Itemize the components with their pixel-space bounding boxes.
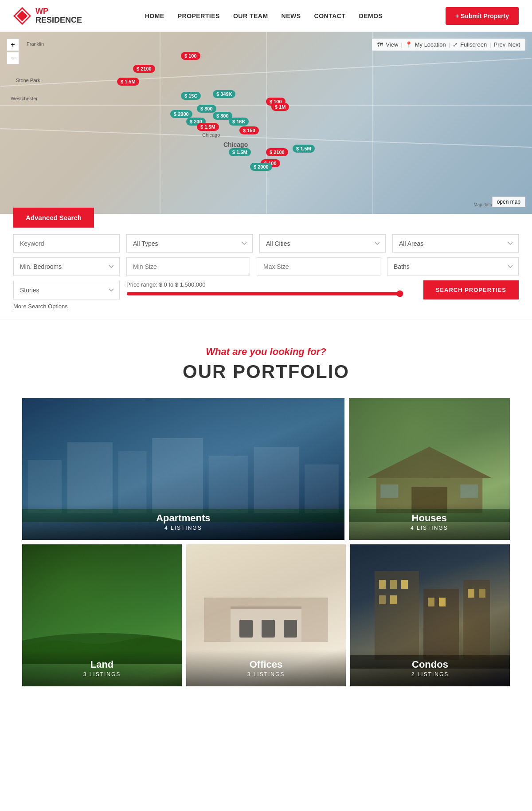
logo[interactable]: WP RESIDENCE (13, 7, 82, 25)
price-marker-150: $ 150 (239, 126, 259, 134)
search-row-3: Stories 1 2 3 Price range: $ 0 to $ 1,50… (13, 280, 519, 299)
logo-residence: RESIDENCE (35, 16, 82, 25)
price-slider[interactable] (126, 290, 403, 297)
price-marker-15m-b: $ 1.5M (197, 123, 219, 131)
map-label-franklin: Franklin (27, 41, 44, 47)
land-overlay: Land 3 LISTINGS (22, 650, 182, 686)
nav-our-team[interactable]: OUR TEAM (233, 12, 268, 20)
map-view-label[interactable]: View (386, 41, 398, 48)
search-row-1: All Types Apartment House Land Office Co… (13, 234, 519, 253)
map-data-label: Map data (473, 202, 492, 207)
price-marker-15m-a: $ 1.5M (117, 78, 139, 86)
price-range-label: Price range: $ 0 to $ 1,500,000 (126, 281, 417, 288)
logo-wp: WP (35, 7, 82, 16)
portfolio-item-offices[interactable]: Offices 3 LISTINGS (186, 544, 346, 686)
apartments-overlay: Apartments 4 LISTINGS (22, 504, 344, 540)
portfolio-item-apartments[interactable]: Apartments 4 LISTINGS (22, 398, 344, 540)
condos-overlay: Condos 2 LISTINGS (350, 650, 510, 686)
price-marker-100a: $ 100 (181, 52, 200, 60)
nav-home[interactable]: HOME (145, 12, 164, 20)
open-map-button[interactable]: open map (492, 197, 525, 207)
submit-property-button[interactable]: + Submit Property (446, 7, 519, 25)
houses-overlay: Houses 4 LISTINGS (349, 504, 510, 540)
prev-button[interactable]: Prev (494, 41, 506, 48)
offices-count: 3 LISTINGS (195, 671, 337, 677)
more-search-options-link[interactable]: More Search Options (13, 303, 68, 310)
map-section: Franklin Stone Park Westchester Chicago … (0, 32, 532, 214)
my-location-icon: 📍 (405, 41, 412, 48)
header: WP RESIDENCE HOME PROPERTIES OUR TEAM NE… (0, 0, 532, 32)
price-marker-2000b: $ 2000 (250, 163, 272, 171)
price-marker-15m-d: $ 1.5M (293, 145, 315, 153)
map-label-westchester: Westchester (11, 96, 38, 101)
offices-overlay: Offices 3 LISTINGS (186, 650, 346, 686)
price-marker-15m-c: $ 1.5M (229, 148, 251, 156)
bedrooms-select[interactable]: Min. Bedrooms 1 2 3 (13, 257, 120, 276)
search-section: Advanced Search All Types Apartment Hous… (0, 214, 532, 319)
fullscreen-icon: ⤢ (453, 41, 458, 48)
portfolio-item-land[interactable]: Land 3 LISTINGS (22, 544, 182, 686)
logo-text: WP RESIDENCE (35, 7, 82, 25)
price-marker-2100b: $ 2100 (266, 148, 288, 156)
svg-rect-20 (284, 620, 297, 638)
price-marker-2100a: $ 2100 (133, 65, 155, 73)
portfolio-section: What are you looking for? OUR PORTFOLIO (0, 319, 532, 704)
map-view-icon: 🗺 (377, 41, 383, 48)
zoom-in-button[interactable]: + (7, 39, 19, 51)
portfolio-item-condos[interactable]: Condos 2 LISTINGS (350, 544, 510, 686)
svg-rect-17 (231, 606, 301, 609)
price-marker-16k: $ 16K (229, 118, 249, 126)
apartments-name: Apartments (31, 512, 336, 524)
condos-name: Condos (359, 659, 501, 670)
search-properties-button[interactable]: SEARCH PROPERTIES (423, 280, 519, 299)
houses-name: Houses (358, 512, 501, 524)
portfolio-title: OUR PORTFOLIO (13, 361, 519, 382)
type-select[interactable]: All Types Apartment House Land Office Co… (126, 234, 253, 253)
city-select[interactable]: All Cities Chicago New York (259, 234, 386, 253)
svg-rect-18 (239, 620, 253, 638)
svg-rect-19 (262, 620, 275, 638)
map-label-chicago2: Chicago (223, 141, 248, 148)
offices-svg (202, 553, 330, 642)
main-nav: HOME PROPERTIES OUR TEAM NEWS CONTACT DE… (145, 12, 383, 20)
fullscreen-label[interactable]: Fullscreen (460, 41, 487, 48)
land-count: 3 LISTINGS (31, 671, 173, 677)
logo-icon (13, 7, 31, 25)
nav-news[interactable]: NEWS (282, 12, 301, 20)
condos-count: 2 LISTINGS (359, 671, 501, 677)
search-row-2: Min. Bedrooms 1 2 3 Baths 1 2 3 (13, 257, 519, 276)
price-marker-800a: $ 800 (197, 105, 216, 113)
max-size-input[interactable] (257, 257, 380, 276)
apartments-count: 4 LISTINGS (31, 525, 336, 531)
advanced-search-button[interactable]: Advanced Search (13, 208, 94, 228)
map-top-controls: 🗺 View | 📍 My Location | ⤢ Fullscreen | … (372, 39, 525, 51)
map-label-chicago: Chicago (202, 132, 220, 138)
area-select[interactable]: All Areas North Side South Side (392, 234, 519, 253)
nav-demos[interactable]: DEMOS (359, 12, 383, 20)
next-button[interactable]: Next (508, 41, 520, 48)
nav-properties[interactable]: PROPERTIES (178, 12, 220, 20)
offices-name: Offices (195, 659, 337, 670)
map-zoom-controls: + − (7, 39, 19, 64)
price-marker-2000a: $ 2000 (170, 110, 192, 118)
portfolio-item-houses[interactable]: Houses 4 LISTINGS (349, 398, 510, 540)
price-marker-15c: $ 15C (181, 92, 201, 100)
portfolio-row-1: Apartments 4 LISTINGS Houses 4 (22, 398, 510, 540)
map-label-stonepark: Stone Park (16, 78, 40, 83)
min-size-input[interactable] (126, 257, 250, 276)
portfolio-subtitle: What are you looking for? (13, 346, 519, 358)
portfolio-grid: Apartments 4 LISTINGS Houses 4 (13, 398, 519, 686)
zoom-out-button[interactable]: − (7, 52, 19, 64)
houses-count: 4 LISTINGS (358, 525, 501, 531)
keyword-input[interactable] (13, 234, 120, 253)
land-name: Land (31, 659, 173, 670)
price-marker-349k: $ 349K (213, 90, 235, 98)
portfolio-row-2: Land 3 LISTINGS Offices 3 (22, 544, 510, 686)
price-marker-1m: $ 1M (271, 103, 289, 111)
nav-contact[interactable]: CONTACT (314, 12, 346, 20)
baths-select[interactable]: Baths 1 2 3 (387, 257, 519, 276)
my-location-label[interactable]: My Location (415, 41, 446, 48)
price-range-container: Price range: $ 0 to $ 1,500,000 (126, 281, 417, 299)
stories-select[interactable]: Stories 1 2 3 (13, 281, 120, 299)
map-background: Franklin Stone Park Westchester Chicago … (0, 32, 532, 214)
